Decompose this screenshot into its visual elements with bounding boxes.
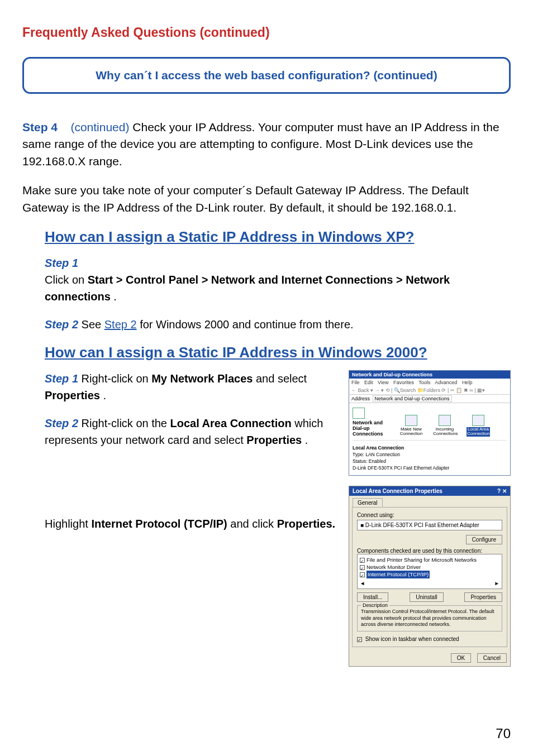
addr-val: Network and Dial-up Connections bbox=[373, 395, 452, 402]
install-button[interactable]: Install... bbox=[357, 592, 388, 602]
w2k-s2a: Right-click on the bbox=[82, 417, 170, 429]
page-title: Frequently Asked Questions (continued) bbox=[22, 25, 511, 40]
hw-d: Properties. bbox=[277, 518, 335, 530]
icon-lan-selected: Local Area Connection bbox=[467, 415, 490, 437]
hw-c: and click bbox=[230, 518, 277, 530]
win1-menu: File Edit View Favorites Tools Advanced … bbox=[349, 379, 510, 386]
desc-text: Transmission Control Protocol/Internet P… bbox=[361, 609, 494, 627]
icon-make-new-label: Make New Connection bbox=[399, 427, 423, 437]
xp-step1-textA: Click on bbox=[45, 274, 88, 286]
w2k-s2d: Properties bbox=[246, 434, 302, 446]
xp-step2: Step 2 See Step 2 for Windows 2000 and c… bbox=[45, 316, 511, 333]
menu-fav: Favorites bbox=[393, 380, 414, 385]
menu-adv: Advanced bbox=[435, 380, 457, 385]
heading-xp[interactable]: How can I assign a Static IP Address in … bbox=[45, 228, 511, 246]
det-adapter: D-Link DFE-530TX PCI Fast Ethernet Adapt… bbox=[353, 465, 507, 472]
show-icon-label: Show icon in taskbar when connected bbox=[365, 636, 459, 642]
checkbox-icon bbox=[360, 572, 365, 577]
det-type: Type: LAN Connection bbox=[353, 452, 507, 458]
w2k-step1-label: Step 1 bbox=[45, 372, 78, 385]
xp-step1: Step 1 Click on Start > Control Panel > … bbox=[45, 255, 511, 305]
screenshot-network-connections: Network and Dial-up Connections File Edi… bbox=[349, 370, 511, 476]
desc-legend: Description bbox=[361, 602, 389, 609]
hw-b: Internet Protocol (TCP/IP) bbox=[91, 518, 227, 530]
adapter-field: ■ D-Link DFE-530TX PCI Fast Ethernet Ada… bbox=[357, 520, 502, 530]
description-box: Description Transmission Control Protoco… bbox=[357, 605, 502, 631]
w2k-s1e: . bbox=[103, 389, 107, 401]
components-label: Components checked are used by this conn… bbox=[357, 548, 502, 554]
tab-general: General bbox=[353, 498, 383, 507]
comp-item-2-selected: Internet Protocol (TCP/IP) bbox=[367, 571, 430, 578]
components-list: File and Printer Sharing for Microsoft N… bbox=[357, 554, 502, 589]
question-box: Why can´t I access the web based configu… bbox=[22, 57, 511, 94]
det-hd: Local Area Connection bbox=[353, 445, 507, 452]
close-icon: ? ✕ bbox=[497, 488, 507, 494]
win2-title: Local Area Connection Properties bbox=[353, 488, 442, 494]
question-box-text: Why can´t I access the web based configu… bbox=[96, 69, 437, 82]
win2-titlebar: Local Area Connection Properties ? ✕ bbox=[349, 486, 510, 496]
w2k-s2e: . bbox=[305, 434, 308, 446]
menu-tools: Tools bbox=[418, 380, 430, 385]
step4-paragraph: Step 4 (continued) Check your IP Address… bbox=[22, 119, 511, 170]
properties-button[interactable]: Properties bbox=[464, 592, 502, 602]
w2k-s2b: Local Area Connection bbox=[170, 417, 292, 429]
xp-step2-link[interactable]: Step 2 bbox=[104, 318, 137, 331]
w2k-s1b: My Network Places bbox=[151, 372, 253, 385]
step4-label: Step 4 bbox=[22, 121, 58, 133]
xp-step1-textC: . bbox=[113, 290, 117, 303]
w2k-step1: Step 1 Right-click on My Network Places … bbox=[45, 370, 337, 404]
step4-continued: (continued) bbox=[70, 121, 129, 133]
configure-button[interactable]: Configure bbox=[466, 535, 502, 544]
adapter-name: D-Link DFE-530TX PCI Fast Ethernet Adapt… bbox=[365, 522, 479, 528]
det-status: Status: Enabled bbox=[353, 458, 507, 465]
w2k-highlight: Highlight Internet Protocol (TCP/IP) and… bbox=[45, 515, 337, 532]
addr-label: Address bbox=[351, 396, 370, 401]
xp-step2-textB: for Windows 2000 and continue from there… bbox=[140, 318, 353, 331]
hw-a: Highlight bbox=[45, 518, 91, 530]
icon-incoming-label: Incoming Connections bbox=[433, 427, 456, 437]
checkbox-icon bbox=[357, 637, 362, 642]
comp-item-1: Network Monitor Driver bbox=[367, 564, 421, 570]
icon-incoming: Incoming Connections bbox=[433, 415, 456, 437]
win1-address: Address Network and Dial-up Connections bbox=[349, 395, 510, 403]
menu-help: Help bbox=[462, 380, 473, 385]
xp-step2-label: Step 2 bbox=[45, 318, 78, 331]
menu-file: File bbox=[351, 380, 360, 385]
gateway-note: Make sure you take note of your computer… bbox=[22, 182, 511, 216]
xp-step2-textA: See bbox=[82, 318, 104, 331]
page-number: 70 bbox=[496, 726, 511, 741]
w2k-s1d: Properties bbox=[45, 389, 100, 401]
ok-button[interactable]: OK bbox=[451, 653, 471, 663]
win1-main-label: Network and Dial-up Connections bbox=[353, 420, 389, 437]
checkbox-icon bbox=[360, 565, 365, 570]
xp-step1-label: Step 1 bbox=[45, 255, 511, 271]
uninstall-button[interactable]: Uninstall bbox=[410, 592, 443, 602]
icon-make-new: Make New Connection bbox=[399, 415, 423, 437]
heading-2000[interactable]: How can I assign a Static IP Address in … bbox=[45, 344, 511, 361]
connect-using-label: Connect using: bbox=[357, 512, 502, 518]
cancel-button[interactable]: Cancel bbox=[477, 653, 507, 663]
w2k-s1c: and select bbox=[256, 372, 307, 385]
screenshot-lan-properties: Local Area Connection Properties ? ✕ Gen… bbox=[349, 486, 511, 667]
xp-step1-path: Start > Control Panel > Network and Inte… bbox=[45, 274, 450, 303]
menu-view: View bbox=[378, 380, 388, 385]
icon-lan-label: Local Area Connection bbox=[467, 427, 490, 437]
w2k-s1a: Right-click on bbox=[82, 372, 152, 385]
comp-item-0: File and Printer Sharing for Microsoft N… bbox=[367, 557, 477, 563]
w2k-step2: Step 2 Right-click on the Local Area Con… bbox=[45, 415, 337, 448]
win1-titlebar: Network and Dial-up Connections bbox=[349, 371, 510, 379]
menu-edit: Edit bbox=[364, 380, 373, 385]
win1-toolbar: ← Back ▾ → ▾ ⟲ | 🔍Search 📁Folders ⟳ | ✂ … bbox=[349, 386, 510, 395]
checkbox-icon bbox=[360, 558, 365, 563]
w2k-step2-label: Step 2 bbox=[45, 417, 78, 429]
